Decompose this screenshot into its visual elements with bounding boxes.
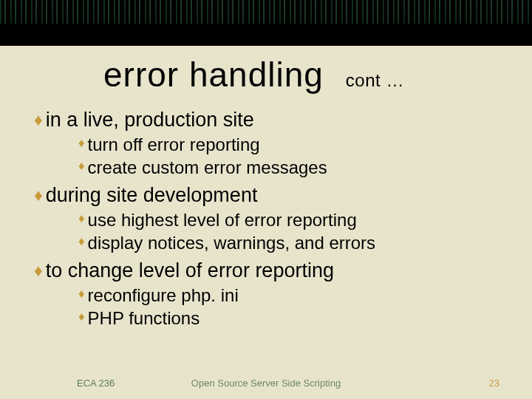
decorative-top-bar bbox=[0, 0, 532, 24]
diamond-bullet-icon: ♦ bbox=[34, 183, 43, 207]
footer-course-title: Open Source Server Side Scripting bbox=[191, 378, 341, 389]
bullet-level2: ♦ use highest level of error reporting bbox=[78, 208, 502, 231]
slide-title-row: error handling cont … bbox=[0, 46, 532, 99]
diamond-bullet-icon: ♦ bbox=[78, 231, 85, 253]
slide-number: 23 bbox=[489, 378, 499, 389]
bullet-text: during site development bbox=[46, 183, 258, 208]
diamond-bullet-icon: ♦ bbox=[34, 108, 43, 132]
footer-course-code: ECA 236 bbox=[77, 378, 115, 389]
bullet-level1: ♦ to change level of error reporting bbox=[34, 259, 502, 284]
bullet-text: reconfigure php. ini bbox=[88, 284, 239, 307]
diamond-bullet-icon: ♦ bbox=[78, 133, 85, 154]
topbar-texture bbox=[0, 0, 532, 24]
diamond-bullet-icon: ♦ bbox=[78, 307, 85, 328]
bullet-text: display notices, warnings, and errors bbox=[88, 231, 376, 254]
diamond-bullet-icon: ♦ bbox=[78, 208, 85, 230]
bullet-level2: ♦ create custom error messages bbox=[78, 156, 502, 179]
title-backdrop-strip bbox=[0, 24, 532, 46]
bullet-text: to change level of error reporting bbox=[46, 259, 334, 284]
diamond-bullet-icon: ♦ bbox=[34, 259, 43, 282]
bullet-level1: ♦ during site development bbox=[34, 183, 502, 208]
bullet-level2: ♦ PHP functions bbox=[78, 307, 502, 330]
bullet-level2: ♦ turn off error reporting bbox=[78, 133, 502, 156]
bullet-level2: ♦ reconfigure php. ini bbox=[78, 284, 502, 307]
bullet-text: in a live, production site bbox=[46, 108, 254, 133]
bullet-text: PHP functions bbox=[88, 307, 200, 330]
bullet-level1: ♦ in a live, production site bbox=[34, 108, 502, 133]
slide-body: ♦ in a live, production site ♦ turn off … bbox=[0, 99, 532, 330]
bullet-text: create custom error messages bbox=[88, 156, 327, 179]
bullet-text: turn off error reporting bbox=[88, 133, 260, 156]
slide-title: error handling bbox=[103, 55, 324, 95]
slide-footer: ECA 236 Open Source Server Side Scriptin… bbox=[0, 378, 532, 389]
diamond-bullet-icon: ♦ bbox=[78, 284, 85, 305]
slide-title-continued: cont … bbox=[346, 70, 404, 94]
bullet-level2: ♦ display notices, warnings, and errors bbox=[78, 231, 502, 254]
diamond-bullet-icon: ♦ bbox=[78, 156, 85, 177]
bullet-text: use highest level of error reporting bbox=[88, 208, 357, 231]
